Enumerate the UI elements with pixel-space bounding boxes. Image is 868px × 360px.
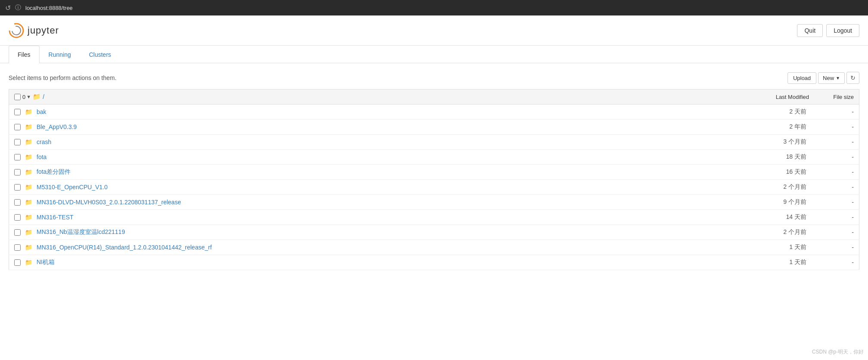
browser-bar: ↺ ⓘ localhost:8888/tree (0, 0, 868, 15)
file-name-link[interactable]: M5310-E_OpenCPU_V1.0 (37, 184, 108, 191)
jupyter-header: jupyter Quit Logout (0, 15, 868, 46)
url-bar: localhost:8888/tree (25, 5, 73, 11)
file-list-body: 📁 bak 2 天前 - 📁 Ble_AppV0.3.9 2 年前 - 📁 cr… (9, 105, 859, 270)
folder-icon: 📁 (25, 199, 32, 206)
table-row: 📁 crash 3 个月前 - (9, 135, 859, 150)
row-checkbox[interactable] (14, 139, 21, 145)
file-cell: 📁 MN316-TEST 14 天前 - (9, 210, 859, 225)
size-cell: - (811, 184, 854, 191)
reload-icon[interactable]: ↺ (5, 4, 11, 12)
folder-icon: 📁 (25, 259, 32, 266)
file-name-cell: 📁 crash 3 个月前 - (14, 138, 854, 146)
select-all-checkbox[interactable] (14, 94, 21, 100)
file-name-cell: 📁 fota 18 天前 - (14, 153, 854, 161)
tab-running[interactable]: Running (40, 46, 80, 63)
file-name-cell: 📁 fota差分固件 16 天前 - (14, 168, 854, 176)
folder-icon: 📁 (25, 184, 32, 191)
breadcrumb-root[interactable]: / (43, 93, 44, 100)
select-all-area: 0 ▼ (14, 94, 31, 100)
size-cell: - (811, 229, 854, 236)
jupyter-logo-icon (9, 23, 24, 38)
size-cell: - (811, 123, 854, 130)
tab-bar: Files Running Clusters (0, 46, 868, 63)
size-cell: - (811, 214, 854, 221)
size-cell: - (811, 108, 854, 115)
file-name-link[interactable]: NI机箱 (37, 258, 55, 266)
modified-cell: 3 个月前 (746, 138, 806, 146)
modified-cell: 1 天前 (746, 243, 806, 251)
row-checkbox[interactable] (14, 109, 21, 115)
count-dropdown-btn[interactable]: ▼ (26, 94, 31, 99)
size-col-header: File size (811, 94, 854, 100)
file-cell: 📁 MN316_Nb温湿度室温lcd221119 2 个月前 - (9, 225, 859, 240)
file-cell: 📁 fota差分固件 16 天前 - (9, 165, 859, 180)
row-checkbox[interactable] (14, 124, 21, 130)
file-cell: 📁 MN316-DLVD-MLVH0S03_2.0.1.2208031137_r… (9, 195, 859, 210)
modified-cell: 1 天前 (746, 258, 806, 266)
size-cell: - (811, 244, 854, 251)
file-table: 0 ▼ 📁 / Last Modified File size (9, 89, 859, 270)
row-checkbox[interactable] (14, 244, 21, 251)
breadcrumb-folder-icon: 📁 (33, 93, 41, 101)
modified-cell: 9 个月前 (746, 198, 806, 206)
file-name-link[interactable]: MN316-TEST (37, 214, 74, 221)
name-column-header: 0 ▼ 📁 / Last Modified File size (9, 89, 859, 105)
header-buttons: Quit Logout (797, 24, 859, 37)
table-row: 📁 M5310-E_OpenCPU_V1.0 2 个月前 - (9, 180, 859, 195)
folder-icon: 📁 (25, 214, 32, 221)
row-checkbox[interactable] (14, 184, 21, 191)
file-name-cell: 📁 MN316_Nb温湿度室温lcd221119 2 个月前 - (14, 228, 854, 236)
size-cell: - (811, 259, 854, 266)
file-name-link[interactable]: bak (37, 108, 46, 115)
new-button[interactable]: New ▼ (818, 72, 845, 84)
refresh-button[interactable]: ↻ (846, 72, 859, 84)
file-name-link[interactable]: MN316_Nb温湿度室温lcd221119 (37, 228, 125, 236)
modified-cell: 18 天前 (746, 153, 806, 161)
file-name-cell: 📁 MN316_OpenCPU(R14)_Standard_1.2.0.2301… (14, 243, 854, 251)
table-row: 📁 bak 2 天前 - (9, 105, 859, 120)
toolbar: Select items to perform actions on them.… (9, 72, 859, 84)
info-icon: ⓘ (15, 4, 21, 12)
folder-icon: 📁 (25, 229, 32, 236)
file-name-cell: 📁 MN316-TEST 14 天前 - (14, 213, 854, 221)
tab-files[interactable]: Files (9, 46, 40, 63)
item-count: 0 ▼ (22, 94, 31, 100)
file-name-link[interactable]: fota (37, 154, 46, 160)
row-checkbox[interactable] (14, 229, 21, 236)
row-checkbox[interactable] (14, 169, 21, 175)
jupyter-logo: jupyter (9, 23, 59, 38)
folder-icon: 📁 (25, 244, 32, 251)
table-row: 📁 MN316-TEST 14 天前 - (9, 210, 859, 225)
tab-clusters[interactable]: Clusters (80, 46, 120, 63)
file-name-link[interactable]: MN316-DLVD-MLVH0S03_2.0.1.2208031137_rel… (37, 199, 181, 206)
modified-col-header[interactable]: Last Modified (749, 94, 809, 100)
table-row: 📁 Ble_AppV0.3.9 2 年前 - (9, 120, 859, 135)
row-checkbox[interactable] (14, 199, 21, 206)
file-cell: 📁 MN316_OpenCPU(R14)_Standard_1.2.0.2301… (9, 240, 859, 255)
toolbar-hint: Select items to perform actions on them. (9, 74, 117, 81)
file-name-link[interactable]: MN316_OpenCPU(R14)_Standard_1.2.0.230104… (37, 244, 212, 251)
logout-button[interactable]: Logout (826, 24, 859, 37)
folder-icon: 📁 (25, 108, 32, 115)
file-name-cell: 📁 bak 2 天前 - (14, 108, 854, 116)
table-header-row: 0 ▼ 📁 / Last Modified File size (9, 89, 859, 105)
file-name-link[interactable]: crash (37, 138, 51, 145)
modified-cell: 2 个月前 (746, 228, 806, 236)
modified-cell: 14 天前 (746, 213, 806, 221)
file-cell: 📁 bak 2 天前 - (9, 105, 859, 120)
row-checkbox[interactable] (14, 259, 21, 266)
row-checkbox[interactable] (14, 214, 21, 221)
file-cell: 📁 M5310-E_OpenCPU_V1.0 2 个月前 - (9, 180, 859, 195)
file-name-link[interactable]: Ble_AppV0.3.9 (37, 123, 77, 130)
folder-icon: 📁 (25, 169, 32, 175)
upload-button[interactable]: Upload (788, 72, 816, 84)
table-row: 📁 MN316_Nb温湿度室温lcd221119 2 个月前 - (9, 225, 859, 240)
main-content: Select items to perform actions on them.… (0, 63, 868, 279)
file-name-link[interactable]: fota差分固件 (37, 168, 71, 176)
row-checkbox[interactable] (14, 154, 21, 160)
table-row: 📁 NI机箱 1 天前 - (9, 255, 859, 270)
size-cell: - (811, 138, 854, 145)
svg-point-0 (9, 24, 23, 37)
quit-button[interactable]: Quit (797, 24, 823, 37)
new-button-label: New (823, 75, 834, 81)
